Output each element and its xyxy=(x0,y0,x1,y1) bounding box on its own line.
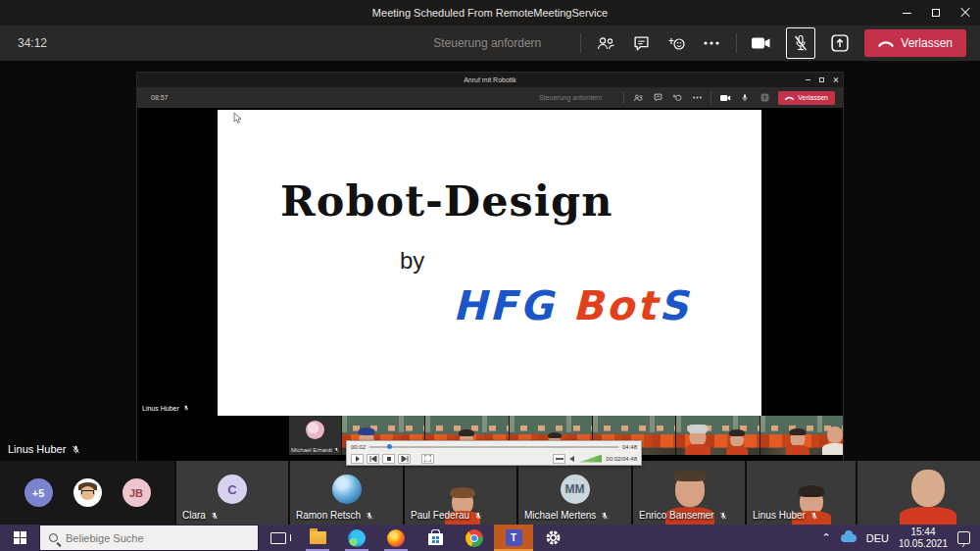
avatar-initial: C xyxy=(218,475,247,504)
shared-window-stage: Robot-Design by HFG BotS Linus Huber Mic… xyxy=(137,108,843,461)
media-player-controls: 00:02 04:48 00:02/04:48 xyxy=(346,440,642,466)
participant-name: Clara xyxy=(182,510,206,521)
share-screen-icon[interactable] xyxy=(829,32,851,54)
close-icon[interactable] xyxy=(833,77,839,83)
chrome-icon xyxy=(466,529,483,547)
player-elapsed: 00:02 xyxy=(351,444,366,450)
participant-name: Michael Erhardt xyxy=(291,447,339,453)
leave-label: Verlassen xyxy=(901,36,953,50)
camera-icon[interactable] xyxy=(751,32,772,54)
hangup-icon xyxy=(878,40,894,47)
filmstrip-video-tile[interactable] xyxy=(760,416,843,455)
previous-button[interactable] xyxy=(367,454,379,464)
participants-strip: +5 JB C Clara Ramon Retsch Paul Federau xyxy=(0,461,980,525)
maximize-icon xyxy=(932,9,940,17)
avatar xyxy=(332,475,362,504)
participant-tile-ramon-retsch[interactable]: Ramon Retsch xyxy=(290,461,405,525)
taskbar-clock[interactable]: 15:44 10.05.2021 xyxy=(899,526,948,549)
speaker-icon[interactable] xyxy=(569,456,574,462)
participant-tile-paul-federau[interactable]: Paul Federau xyxy=(405,461,518,525)
chrome-button[interactable] xyxy=(455,525,494,551)
windows-taskbar: T ⌃ DEU 15:44 10.05.2021 xyxy=(0,525,980,551)
more-options-icon[interactable] xyxy=(691,92,703,104)
maximize-icon[interactable] xyxy=(819,77,824,82)
minimize-icon[interactable] xyxy=(806,79,810,80)
participant-name: Michael Mertens xyxy=(524,510,596,521)
mouse-cursor xyxy=(233,112,242,125)
stop-button[interactable] xyxy=(382,454,395,464)
store-icon xyxy=(428,533,443,545)
share-screen-icon[interactable] xyxy=(759,92,770,104)
volume-slider[interactable] xyxy=(578,455,602,463)
camera-icon[interactable] xyxy=(719,92,731,104)
action-center-icon[interactable] xyxy=(957,531,970,544)
teams-meeting-window: Meeting Scheduled From RemoteMeetingServ… xyxy=(0,0,980,551)
next-button[interactable] xyxy=(398,454,411,464)
leave-meeting-button[interactable]: Verlassen xyxy=(778,91,835,105)
language-indicator[interactable]: DEU xyxy=(866,532,889,544)
window-title: Meeting Scheduled From RemoteMeetingServ… xyxy=(372,7,608,19)
toolbar-divider xyxy=(736,33,737,53)
slide-title: Robot-Design xyxy=(280,176,761,225)
participant-tile-clara[interactable]: C Clara xyxy=(176,461,290,525)
avatar-initials-jb[interactable]: JB xyxy=(122,478,151,507)
self-video-tile[interactable] xyxy=(858,461,980,525)
close-button[interactable] xyxy=(951,0,980,25)
file-explorer-icon xyxy=(310,531,326,544)
filmstrip-tile-michael-erhardt[interactable]: Michael Erhardt xyxy=(289,416,341,455)
task-view-button[interactable] xyxy=(259,525,298,551)
mic-off-icon xyxy=(474,511,482,521)
chat-icon[interactable] xyxy=(652,92,663,104)
filmstrip-video-tile[interactable] xyxy=(675,416,759,455)
search-input[interactable] xyxy=(66,532,232,544)
search-icon xyxy=(49,533,58,542)
overflow-count-badge[interactable]: +5 xyxy=(24,478,53,507)
close-icon xyxy=(960,8,970,18)
avatar-initials: MM xyxy=(561,475,590,504)
onedrive-icon[interactable] xyxy=(841,534,857,542)
minimize-button[interactable] xyxy=(892,0,921,25)
tray-expand-chevron[interactable]: ⌃ xyxy=(821,531,830,544)
toolbar-divider xyxy=(580,33,581,53)
window-titlebar: Meeting Scheduled From RemoteMeetingServ… xyxy=(0,0,980,25)
request-control-label[interactable]: Steuerung anfordern xyxy=(539,94,602,101)
mic-off-icon xyxy=(366,511,373,521)
file-explorer-button[interactable] xyxy=(298,525,337,551)
participant-tile-michael-mertens[interactable]: MM Michael Mertens xyxy=(518,461,633,525)
participant-tile-linus-huber[interactable]: Linus Huber xyxy=(747,461,858,525)
edge-button[interactable] xyxy=(337,525,376,551)
participant-name: Enrico Bansemer xyxy=(639,510,714,521)
start-button[interactable] xyxy=(0,525,39,551)
reactions-icon[interactable] xyxy=(665,32,687,54)
reactions-icon[interactable] xyxy=(671,92,683,104)
player-time-display: 00:02/04:48 xyxy=(606,456,637,462)
overflow-participants-tile[interactable]: +5 JB xyxy=(0,461,176,525)
seek-handle[interactable] xyxy=(387,444,392,449)
leave-label: Verlassen xyxy=(798,94,828,101)
participant-tile-enrico-bansemer[interactable]: Enrico Bansemer xyxy=(633,461,747,525)
participants-icon[interactable] xyxy=(595,32,616,54)
participants-icon[interactable] xyxy=(632,92,644,104)
meeting-stage: Anruf mit Robotik 08:57 Steuerung anford… xyxy=(0,61,980,461)
maximize-button[interactable] xyxy=(921,0,951,25)
more-options-icon[interactable] xyxy=(701,32,722,54)
taskbar-search[interactable] xyxy=(39,525,259,551)
fullscreen-button[interactable] xyxy=(421,454,434,464)
microsoft-store-button[interactable] xyxy=(416,525,455,551)
play-button[interactable] xyxy=(351,454,364,464)
avatar[interactable] xyxy=(74,478,102,507)
request-control-label[interactable]: Steuerung anfordern xyxy=(433,36,541,50)
microphone-icon[interactable] xyxy=(739,92,751,104)
player-seekbar[interactable] xyxy=(369,446,618,448)
chat-icon[interactable] xyxy=(630,32,652,54)
player-duration: 04:48 xyxy=(622,444,637,450)
shared-window-titlebar: Anruf mit Robotik xyxy=(137,73,843,87)
teams-button-active[interactable]: T xyxy=(494,525,533,551)
extended-settings-button[interactable] xyxy=(553,454,565,464)
leave-meeting-button[interactable]: Verlassen xyxy=(864,29,966,57)
microphone-muted-button[interactable] xyxy=(786,27,815,59)
settings-button[interactable] xyxy=(533,525,572,551)
firefox-button[interactable] xyxy=(376,525,416,551)
settings-gear-icon xyxy=(545,529,562,546)
shared-presenter-label: Linus Huber xyxy=(142,404,189,412)
